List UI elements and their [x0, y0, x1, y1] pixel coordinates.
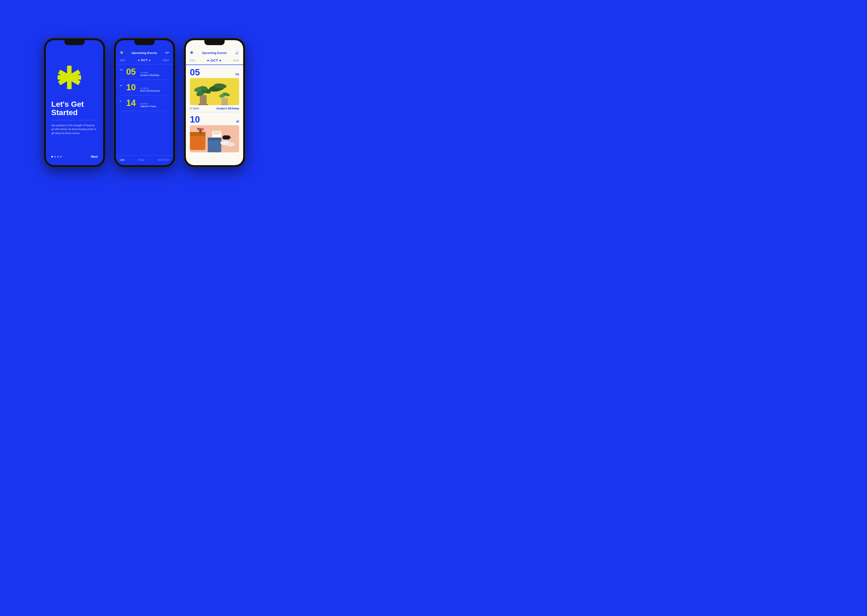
menu3-icon[interactable]: [236, 52, 239, 54]
month-oct-label: OCT: [141, 58, 148, 62]
event1-time: 07:00PM: [140, 72, 159, 74]
month-oct[interactable]: ◀ OCT ▶: [137, 58, 151, 62]
event-list: TH 05 07:00PM Jordan's Birthday W 10 11:…: [116, 64, 173, 156]
phone2-header: ✳ Upcoming Events: [116, 50, 173, 55]
month3-oct-label: OCT: [210, 58, 218, 62]
event3-info: 09:30PM Valerie's Party: [140, 99, 156, 108]
event-card1-header: 05 TH: [190, 68, 239, 77]
event2-name: Eva's Anniversary: [140, 90, 160, 92]
svg-rect-24: [222, 135, 230, 140]
image-event-card-2[interactable]: 10 W: [190, 115, 239, 152]
phone1-title: Let's Get Started: [51, 100, 98, 117]
phone2-header-title: Upcoming Events: [132, 51, 157, 55]
dot-4: [60, 156, 61, 157]
phone3-month-nav: SEP ◀ OCT ▶ NOV: [186, 58, 243, 65]
phone3-screen: ✳ Upcoming Events SEP ◀ OCT ▶ NOV 05 TH: [186, 40, 243, 165]
event-card1-photo: [190, 78, 239, 105]
phone2-month-nav: SEP ◀ OCT ▶ NOV: [116, 58, 173, 64]
event2-day: W: [120, 83, 124, 86]
tab-add-event[interactable]: Add Event: [157, 159, 169, 161]
event1-info: 07:00PM Jordan's Birthday: [140, 68, 159, 77]
event3-time: 09:30PM: [140, 103, 156, 105]
chevron3-right-icon[interactable]: ▶: [220, 59, 222, 61]
chevron3-left-icon[interactable]: ◀: [207, 59, 209, 61]
event-card1-name: Jordan's Birthday: [216, 107, 239, 110]
dot-1: [51, 156, 53, 157]
menu-icon[interactable]: [165, 52, 169, 53]
event1-day: TH: [120, 68, 124, 71]
event2-date: 10: [126, 83, 138, 92]
month-sep[interactable]: SEP: [120, 59, 126, 61]
asterisk-logo: [56, 64, 78, 86]
dot-2: [54, 156, 56, 157]
image-event-card-1[interactable]: 05 TH: [190, 68, 239, 112]
phone1-description: Say goodbye to the struggle of keeping u…: [51, 123, 98, 135]
svg-rect-25: [229, 137, 231, 138]
event3-date: 14: [126, 99, 138, 107]
event3-name: Valerie's Party: [140, 105, 156, 108]
svg-point-31: [201, 128, 204, 130]
event-card2-date: 10: [190, 115, 200, 124]
event-item-3[interactable]: S 14 09:30PM Valerie's Party: [120, 96, 169, 111]
event-item-2[interactable]: W 10 11:30AM Eva's Anniversary: [120, 80, 169, 96]
month3-oct[interactable]: ◀ OCT ▶: [207, 58, 222, 62]
event-card2-dayname: W: [236, 120, 239, 123]
event1-name: Jordan's Birthday: [140, 74, 159, 77]
event-card2-header: 10 W: [190, 115, 239, 124]
notch-3: [205, 40, 225, 45]
header-asterisk-icon: ✳: [120, 50, 123, 55]
svg-point-32: [197, 128, 199, 130]
month3-sep[interactable]: SEP: [190, 59, 195, 62]
bottom-tabs: List Image Add Event: [116, 156, 173, 165]
phone1-divider: [51, 120, 98, 120]
month3-nov[interactable]: NOV: [233, 59, 239, 62]
phone1-screen: Let's Get Started Say goodbye to the str…: [46, 40, 103, 165]
event2-info: 11:30AM Eva's Anniversary: [140, 83, 160, 92]
svg-rect-28: [213, 133, 220, 134]
notch-1: [65, 40, 85, 45]
event-card1-meta: 07:00PM Jordan's Birthday: [190, 107, 239, 112]
tab-image[interactable]: Image: [137, 159, 145, 161]
chevron-left-icon[interactable]: ◀: [137, 59, 140, 61]
event-card1-time: 07:00PM: [190, 107, 199, 110]
phone-1: Let's Get Started Say goodbye to the str…: [44, 38, 105, 167]
event2-time: 11:30AM: [140, 87, 160, 90]
svg-rect-12: [222, 98, 228, 105]
phone-3: ✳ Upcoming Events SEP ◀ OCT ▶ NOV 05 TH: [184, 38, 245, 167]
svg-rect-6: [200, 95, 206, 105]
event-card1-dayname: TH: [235, 73, 239, 76]
image-event-list: 05 TH: [186, 65, 243, 165]
chevron-right-icon[interactable]: ▶: [149, 59, 151, 61]
onboarding-dots: [51, 156, 61, 157]
notch-2: [134, 40, 155, 45]
svg-rect-29: [213, 134, 219, 135]
event1-date: 05: [126, 68, 138, 76]
phone3-header-title: Upcoming Events: [202, 51, 227, 55]
next-button[interactable]: Next: [91, 155, 98, 159]
event-card1-date: 05: [190, 68, 200, 77]
svg-point-33: [199, 129, 202, 134]
phone2-screen: ✳ Upcoming Events SEP ◀ OCT ▶ NOV TH 05 …: [116, 40, 173, 165]
phone3-header: ✳ Upcoming Events: [186, 50, 243, 55]
phone1-footer: Next: [51, 155, 98, 161]
dot-3: [57, 156, 59, 157]
event-item-1[interactable]: TH 05 07:00PM Jordan's Birthday: [120, 64, 169, 80]
svg-rect-27: [213, 132, 220, 132]
svg-point-23: [226, 142, 235, 146]
event-card2-photo: [190, 125, 239, 152]
svg-rect-19: [190, 132, 205, 136]
tab-list[interactable]: List: [120, 159, 124, 161]
month-nov[interactable]: NOV: [163, 59, 169, 61]
header3-asterisk-icon: ✳: [190, 50, 193, 55]
event3-day: S: [120, 99, 124, 102]
phone-2: ✳ Upcoming Events SEP ◀ OCT ▶ NOV TH 05 …: [114, 38, 175, 167]
svg-rect-21: [208, 138, 221, 140]
